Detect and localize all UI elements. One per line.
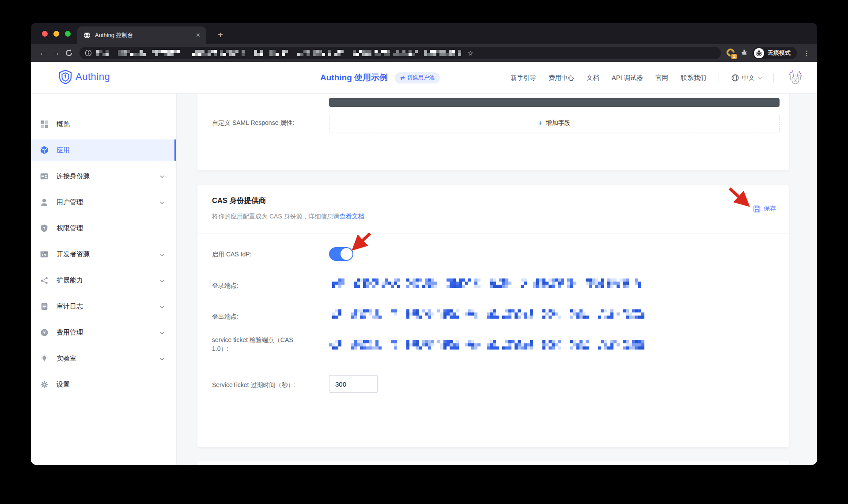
browser-menu-icon[interactable]: ⋮ bbox=[801, 49, 812, 57]
ticket-expire-label: ServiceTicket 过期时间（秒）: bbox=[212, 380, 325, 389]
chevron-down-icon bbox=[758, 75, 762, 79]
authing-shield-icon bbox=[59, 70, 72, 84]
chevron-down-icon bbox=[160, 199, 164, 204]
desc-period: 。 bbox=[364, 213, 371, 220]
sidebar-item-audit-logs[interactable]: 审计日志 bbox=[31, 296, 176, 317]
chevron-down-icon bbox=[160, 330, 164, 334]
grid-icon bbox=[40, 120, 49, 128]
new-tab-button[interactable]: + bbox=[214, 29, 227, 41]
brand-name: Authing bbox=[76, 71, 110, 83]
sidebar-item-identity-sources[interactable]: 连接身份源 bbox=[31, 165, 176, 187]
next-section-card bbox=[197, 461, 789, 465]
sidebar-item-settings[interactable]: 设置 bbox=[31, 374, 176, 395]
extensions-puzzle-icon[interactable] bbox=[740, 49, 748, 57]
sidebar-item-labs[interactable]: 实验室 bbox=[31, 348, 176, 369]
shield-icon bbox=[40, 224, 49, 233]
add-field-button[interactable]: + 增加字段 bbox=[329, 114, 780, 132]
pixelated-login-endpoint-value[interactable] bbox=[332, 278, 644, 288]
authing-logo[interactable]: Authing bbox=[59, 70, 110, 84]
chevron-down-icon bbox=[160, 278, 164, 282]
sidebar-item-extensions[interactable]: 扩展能力 bbox=[31, 270, 176, 291]
svg-text:¥: ¥ bbox=[42, 330, 45, 335]
bulb-icon bbox=[40, 354, 49, 363]
workspace-title: Authing 使用示例 bbox=[320, 72, 388, 83]
save-button[interactable]: 保存 bbox=[753, 205, 776, 213]
nav-item-contact[interactable]: 联系我们 bbox=[681, 74, 706, 82]
macos-traffic-lights bbox=[42, 31, 71, 37]
forward-button[interactable]: → bbox=[49, 49, 63, 57]
sidebar-item-overview[interactable]: 概览 bbox=[31, 113, 176, 135]
document-icon bbox=[40, 302, 49, 311]
user-avatar[interactable] bbox=[786, 68, 805, 87]
nav-item-website[interactable]: 官网 bbox=[655, 74, 668, 82]
authing-console-page: Authing Authing 使用示例 ⇄ 切换用户池 新手引导 费用中心 文… bbox=[31, 62, 817, 465]
pixelated-logout-endpoint-value[interactable] bbox=[329, 309, 646, 319]
app-cube-icon bbox=[40, 146, 49, 154]
tab-close-icon[interactable]: × bbox=[196, 32, 200, 39]
nav-item-billing-center[interactable]: 费用中心 bbox=[549, 74, 574, 82]
save-label: 保存 bbox=[764, 205, 776, 213]
sidebar-item-label: 概览 bbox=[57, 120, 70, 128]
sidebar-item-billing[interactable]: ¥ 费用管理 bbox=[31, 322, 176, 343]
sidebar-item-label: 设置 bbox=[57, 380, 70, 389]
divider bbox=[719, 73, 719, 83]
incognito-badge: 无痕模式 bbox=[753, 47, 797, 59]
reload-button[interactable] bbox=[63, 49, 76, 57]
pixelated-url-text bbox=[96, 50, 463, 56]
sidebar-item-label: 费用管理 bbox=[57, 328, 83, 337]
nav-item-api-debugger[interactable]: API 调试器 bbox=[612, 74, 643, 82]
main-content: 自定义 SAML Response 属性: + 增加字段 CAS 身份提供商 将… bbox=[177, 94, 817, 465]
view-docs-link[interactable]: 查看文档 bbox=[340, 213, 364, 220]
saml-config-card: 自定义 SAML Response 属性: + 增加字段 bbox=[197, 94, 789, 170]
share-nodes-icon bbox=[40, 276, 49, 285]
browser-tab[interactable]: Authing 控制台 × bbox=[77, 26, 206, 44]
sidebar-item-label: 审计日志 bbox=[57, 302, 83, 311]
nav-item-docs[interactable]: 文档 bbox=[587, 74, 599, 82]
pixelated-ticket-check-endpoint-value[interactable] bbox=[329, 340, 650, 350]
sidebar: 概览 应用 bbox=[31, 94, 177, 465]
address-bar[interactable]: ☆ bbox=[80, 47, 721, 59]
language-selector[interactable]: 中文 bbox=[731, 74, 761, 82]
browser-tab-bar: Authing 控制台 × + bbox=[31, 23, 817, 44]
user-icon bbox=[40, 198, 49, 207]
sidebar-item-label: 应用 bbox=[57, 146, 70, 154]
sidebar-item-label: 开发者资源 bbox=[57, 250, 90, 259]
page-info-icon[interactable] bbox=[85, 49, 92, 56]
back-button[interactable]: ← bbox=[36, 49, 49, 57]
annotation-arrow-to-save bbox=[727, 186, 752, 207]
save-floppy-icon bbox=[753, 205, 761, 213]
saml-attr-label: 自定义 SAML Response 属性: bbox=[212, 118, 294, 127]
toolbar-right-icons: 1 无痕模式 bbox=[726, 47, 812, 59]
incognito-spy-icon bbox=[754, 48, 764, 58]
sidebar-item-label: 连接身份源 bbox=[57, 172, 90, 181]
app-header: Authing Authing 使用示例 ⇄ 切换用户池 新手引导 费用中心 文… bbox=[31, 62, 817, 94]
code-editor-bottom-bar bbox=[329, 98, 780, 107]
workspace-title-group: Authing 使用示例 ⇄ 切换用户池 bbox=[320, 62, 440, 94]
screenshot-stage: Authing 控制台 × + ← → ☆ bbox=[0, 0, 848, 504]
chevron-down-icon bbox=[160, 304, 164, 308]
nav-item-guide[interactable]: 新手引导 bbox=[511, 74, 536, 82]
language-label: 中文 bbox=[742, 74, 755, 82]
chevron-down-icon bbox=[160, 173, 164, 178]
sidebar-item-label: 实验室 bbox=[57, 354, 76, 363]
plus-icon: + bbox=[538, 119, 542, 127]
sidebar-item-label: 权限管理 bbox=[57, 224, 83, 233]
minimize-window-button[interactable] bbox=[53, 31, 59, 37]
sidebar-item-applications[interactable]: 应用 bbox=[31, 139, 176, 161]
bookmark-star-icon[interactable]: ☆ bbox=[467, 49, 473, 57]
yuan-circle-icon: ¥ bbox=[40, 328, 49, 337]
switch-pool-button[interactable]: ⇄ 切换用户池 bbox=[395, 72, 440, 83]
enable-cas-label: 启用 CAS IdP: bbox=[212, 250, 251, 259]
add-field-label: 增加字段 bbox=[546, 119, 571, 127]
sidebar-item-developer-resources[interactable]: 开发者资源 bbox=[31, 244, 176, 265]
close-window-button[interactable] bbox=[42, 31, 48, 37]
sidebar-item-permissions[interactable]: 权限管理 bbox=[31, 218, 176, 239]
login-endpoint-label: 登录端点: bbox=[212, 281, 238, 290]
cas-idp-card: CAS 身份提供商 将你的应用配置成为 CAS 身份源，详细信息请查看文档。 保… bbox=[197, 185, 789, 447]
ticket-expire-input[interactable] bbox=[329, 375, 378, 393]
sidebar-item-label: 用户管理 bbox=[57, 198, 83, 207]
header-nav: 新手引导 费用中心 文档 API 调试器 官网 联系我们 中文 bbox=[511, 62, 805, 94]
extension-icon[interactable]: 1 bbox=[726, 48, 736, 58]
sidebar-item-user-management[interactable]: 用户管理 bbox=[31, 192, 176, 213]
zoom-window-button[interactable] bbox=[65, 31, 71, 37]
